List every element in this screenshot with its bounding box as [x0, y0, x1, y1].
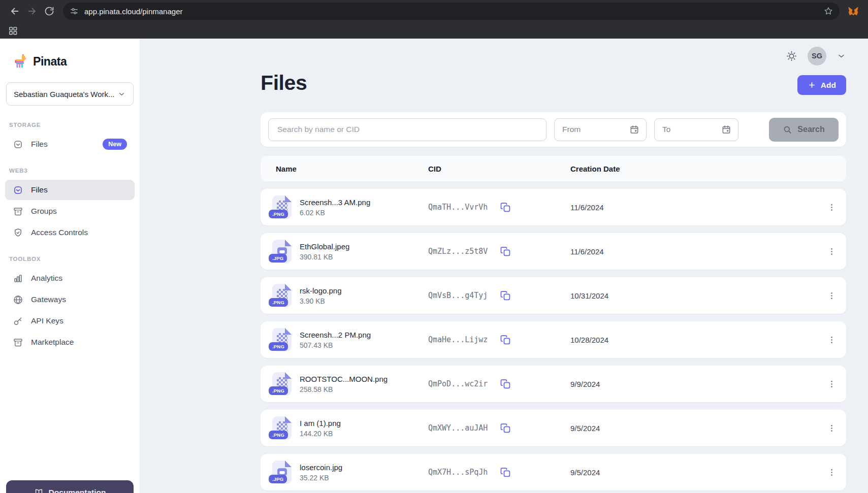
file-size: 507.43 KB	[300, 341, 371, 349]
metamask-extension-button[interactable]	[845, 3, 862, 20]
file-size: 35.22 KB	[300, 474, 342, 482]
sidebar-item-label: Access Controls	[31, 228, 88, 237]
documentation-button[interactable]: Documentation	[6, 480, 134, 493]
copy-cid-button[interactable]	[500, 378, 511, 390]
copy-icon	[500, 467, 511, 478]
browser-back-button[interactable]	[6, 3, 23, 20]
page-title: Files	[261, 71, 307, 95]
sidebar-item-analytics[interactable]: Analytics	[5, 268, 135, 288]
cid-value: QmaTH...VvrVh	[428, 203, 488, 212]
creation-date: 9/5/2024	[570, 468, 815, 477]
file-name: rsk-logo.png	[300, 286, 342, 295]
to-date-input[interactable]: To	[654, 118, 738, 141]
copy-cid-button[interactable]	[500, 422, 511, 434]
file-type-icon: .PNG	[272, 195, 292, 219]
sidebar-item-files[interactable]: Files	[5, 180, 135, 200]
row-menu-button[interactable]	[824, 200, 839, 215]
row-menu-button[interactable]	[824, 288, 839, 303]
row-menu-button[interactable]	[824, 465, 839, 480]
back-arrow-icon	[9, 6, 20, 17]
sidebar-item-label: Files	[31, 185, 48, 194]
kebab-menu-icon	[827, 247, 837, 256]
file-name: losercoin.jpg	[300, 463, 342, 472]
book-icon	[34, 488, 44, 493]
add-button[interactable]: Add	[797, 75, 846, 95]
table-row[interactable]: .JPGEthGlobal.jpeg390.81 KBQmZLz...z5t8V…	[261, 233, 846, 270]
sidebar-item-label: Files	[31, 140, 48, 149]
table-row[interactable]: .PNGROOTSTOC...MOON.png258.58 KBQmPoD...…	[261, 366, 846, 402]
theme-toggle-button[interactable]	[786, 50, 797, 62]
browser-refresh-button[interactable]	[41, 3, 58, 20]
file-name-block: Screensh...2 PM.png507.43 KB	[300, 331, 371, 349]
chevron-down-icon	[837, 51, 846, 61]
sidebar-item-marketplace[interactable]: Marketplace	[5, 332, 135, 352]
documentation-label: Documentation	[49, 488, 106, 493]
row-menu-button[interactable]	[824, 420, 839, 436]
sidebar-item-label: API Keys	[31, 316, 63, 325]
folded-corner	[285, 240, 292, 246]
search-input[interactable]	[268, 118, 546, 141]
cid-cell: QmXWY...auJAH	[428, 422, 570, 434]
copy-cid-button[interactable]	[500, 467, 511, 478]
table-row[interactable]: .PNGI am (1).png144.20 KBQmXWY...auJAH9/…	[261, 410, 846, 446]
browser-chrome: app.pinata.cloud/pinmanager	[0, 0, 868, 39]
kebab-menu-icon	[827, 335, 837, 345]
browser-forward-button[interactable]	[23, 3, 41, 20]
from-date-input[interactable]: From	[554, 118, 647, 141]
apps-grid-button[interactable]	[5, 24, 20, 37]
copy-cid-button[interactable]	[500, 334, 511, 346]
sidebar-item-gateways[interactable]: Gateways	[5, 289, 135, 310]
globe-icon	[13, 294, 23, 305]
file-name-block: Screensh...3 AM.png6.02 KB	[300, 198, 370, 217]
archive-icon	[13, 337, 23, 348]
copy-cid-button[interactable]	[500, 202, 511, 213]
file-type-icon: .JPG	[272, 240, 292, 263]
file-name-cell: .PNGI am (1).png144.20 KB	[272, 416, 428, 440]
sidebar: Pinata Sebastian Guaqueta's Work... STOR…	[0, 39, 140, 493]
sidebar-item-files-storage[interactable]: FilesNew	[5, 134, 135, 154]
creation-date: 9/5/2024	[570, 424, 815, 433]
magnifier-icon	[783, 125, 792, 135]
pinata-app: Pinata Sebastian Guaqueta's Work... STOR…	[0, 39, 868, 493]
table-row[interactable]: .PNGScreensh...3 AM.png6.02 KBQmaTH...Vv…	[261, 189, 846, 225]
column-name: Name	[276, 165, 428, 173]
url-text[interactable]: app.pinata.cloud/pinmanager	[84, 7, 816, 16]
calendar-icon	[629, 124, 639, 135]
creation-date: 9/9/2024	[570, 380, 815, 388]
chevron-down-icon	[117, 90, 126, 98]
file-type-icon: .PNG	[272, 372, 292, 396]
file-extension-badge: .PNG	[269, 342, 288, 351]
cid-cell: QmaHe...Lijwz	[428, 334, 570, 346]
kebab-menu-icon	[827, 423, 837, 433]
site-settings-icon[interactable]	[69, 6, 79, 16]
file-name: I am (1).png	[300, 419, 341, 428]
search-button[interactable]: Search	[769, 118, 839, 142]
copy-cid-button[interactable]	[500, 290, 511, 302]
sidebar-item-api-keys[interactable]: API Keys	[5, 311, 135, 331]
inbox-icon	[13, 139, 23, 150]
address-bar[interactable]: app.pinata.cloud/pinmanager	[63, 3, 840, 20]
copy-cid-button[interactable]	[500, 246, 511, 257]
account-menu-button[interactable]	[837, 51, 846, 61]
table-row[interactable]: .PNGrsk-logo.png3.90 KBQmVsB...g4Tyj10/3…	[261, 277, 846, 314]
sun-icon	[786, 50, 797, 62]
archive-icon	[13, 206, 23, 217]
file-name-cell: .PNGrsk-logo.png3.90 KB	[272, 284, 428, 307]
row-menu-button[interactable]	[824, 332, 839, 347]
sidebar-item-groups[interactable]: Groups	[5, 201, 135, 221]
sidebar-section-label: TOOLBOX	[0, 244, 140, 267]
cid-value: QmX7H...sPqJh	[428, 468, 488, 477]
table-row[interactable]: .JPGlosercoin.jpg35.22 KBQmX7H...sPqJh9/…	[261, 454, 846, 490]
file-size: 258.58 KB	[300, 385, 388, 393]
workspace-selector[interactable]: Sebastian Guaqueta's Work...	[6, 82, 134, 106]
avatar[interactable]: SG	[808, 47, 826, 65]
plus-icon	[808, 81, 816, 89]
row-menu-button[interactable]	[824, 244, 839, 259]
creation-date: 10/31/2024	[570, 291, 815, 300]
table-row[interactable]: .PNGScreensh...2 PM.png507.43 KBQmaHe...…	[261, 321, 846, 358]
sidebar-item-access-controls[interactable]: Access Controls	[5, 222, 135, 243]
row-menu-button[interactable]	[824, 376, 839, 391]
file-type-icon: .PNG	[272, 328, 292, 351]
bookmark-star-button[interactable]	[821, 4, 835, 18]
file-name: EthGlobal.jpeg	[300, 242, 349, 251]
